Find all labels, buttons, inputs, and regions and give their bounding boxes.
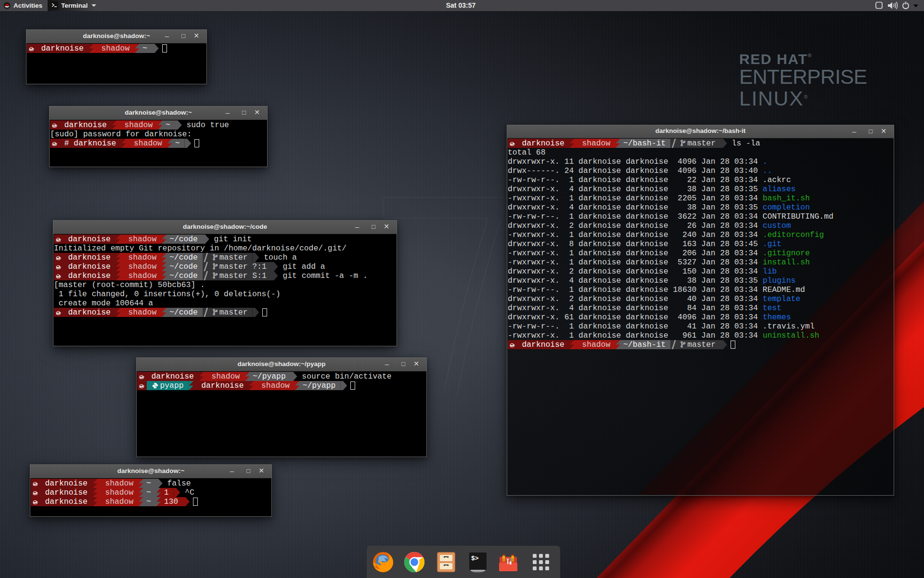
svg-text:$>: $> [471,555,479,562]
